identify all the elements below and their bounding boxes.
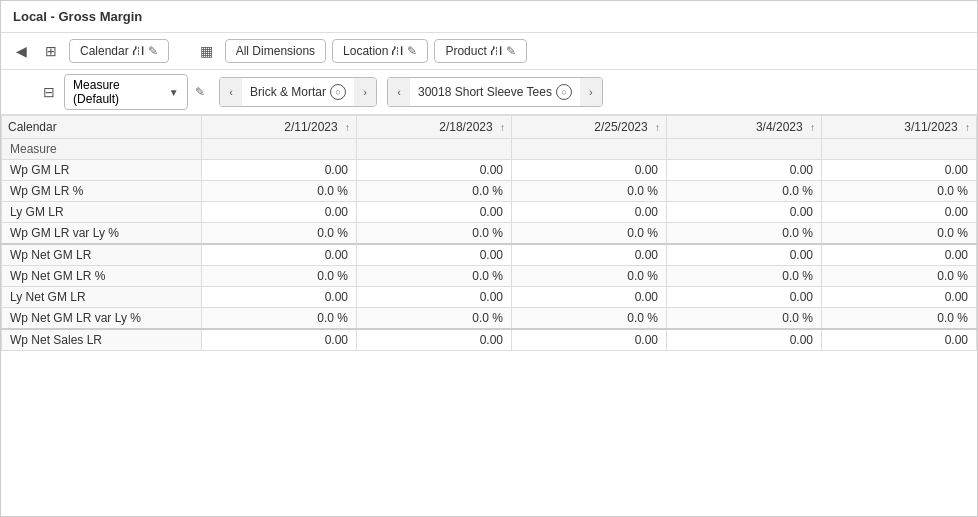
cell-3-2[interactable]: 0.0 % [512,223,667,245]
sort-arrow-4[interactable]: ↑ [965,122,970,133]
calendar-label: Calendar [80,44,129,58]
expand-icon: ⊞ [45,43,57,59]
cell-5-0[interactable]: 0.0 % [202,266,357,287]
freeze-button[interactable]: ▦ [195,39,219,63]
cell-1-1[interactable]: 0.0 % [357,181,512,202]
cell-8-1[interactable]: 0.00 [357,329,512,351]
date-header-1: 2/18/2023 ↑ [357,116,512,139]
all-dimensions-button[interactable]: All Dimensions [225,39,326,63]
cell-8-2[interactable]: 0.00 [512,329,667,351]
short-sleeve-prev-btn[interactable]: ‹ [388,78,410,106]
cell-6-0[interactable]: 0.00 [202,287,357,308]
cell-7-2[interactable]: 0.0 % [512,308,667,330]
sort-arrow-0[interactable]: ↑ [345,122,350,133]
short-sleeve-next-btn[interactable]: › [580,78,602,106]
cell-7-0[interactable]: 0.0 % [202,308,357,330]
cell-5-4[interactable]: 0.0 % [822,266,977,287]
cell-6-2[interactable]: 0.00 [512,287,667,308]
date-header-0: 2/11/2023 ↑ [202,116,357,139]
short-sleeve-filter-icon[interactable]: ○ [556,84,572,100]
cell-4-4[interactable]: 0.00 [822,244,977,266]
cell-8-3[interactable]: 0.00 [667,329,822,351]
cell-4-3[interactable]: 0.00 [667,244,822,266]
cell-2-1[interactable]: 0.00 [357,202,512,223]
row-label-7: Wp Net GM LR var Ly % [2,308,202,330]
measure-subheader-cell-3 [667,139,822,160]
row-label-4: Wp Net GM LR [2,244,202,266]
cell-4-0[interactable]: 0.00 [202,244,357,266]
measure-label: Measure (Default) [73,78,165,106]
calendar-pill[interactable]: Calendar ⛙ ✎ [69,39,169,63]
cell-2-2[interactable]: 0.00 [512,202,667,223]
brick-mortar-next-btn[interactable]: › [354,78,376,106]
cell-2-0[interactable]: 0.00 [202,202,357,223]
measure-subheader: Measure [2,139,202,160]
cell-0-1[interactable]: 0.00 [357,160,512,181]
measure-selector-area: ⊟ Measure (Default) ▼ ✎ [9,74,209,110]
cell-4-2[interactable]: 0.00 [512,244,667,266]
cell-7-1[interactable]: 0.0 % [357,308,512,330]
cell-1-3[interactable]: 0.0 % [667,181,822,202]
cell-3-3[interactable]: 0.0 % [667,223,822,245]
table-row: Ly Net GM LR0.000.000.000.000.00 [2,287,977,308]
title-bar: Local - Gross Margin [1,1,977,33]
cell-8-4[interactable]: 0.00 [822,329,977,351]
sort-arrow-1[interactable]: ↑ [500,122,505,133]
date-header-3: 3/4/2023 ↑ [667,116,822,139]
dimension-selector-row: ⊟ Measure (Default) ▼ ✎ ‹ Brick & Mortar… [1,70,977,115]
cell-0-4[interactable]: 0.00 [822,160,977,181]
left-arrow-icon: ‹ [229,86,233,98]
product-edit-icon: ✎ [506,44,516,58]
row-label-0: Wp GM LR [2,160,202,181]
collapse-button[interactable]: ◀ [9,39,33,63]
row-label-6: Ly Net GM LR [2,287,202,308]
right-arrow-icon: › [363,86,367,98]
chevron-left-icon: ◀ [16,43,27,59]
row-label-8: Wp Net Sales LR [2,329,202,351]
chevron-down-icon: ▼ [169,87,179,98]
location-pill[interactable]: Location ⛙ ✎ [332,39,428,63]
cell-2-3[interactable]: 0.00 [667,202,822,223]
date-header-4: 3/11/2023 ↑ [822,116,977,139]
sort-arrow-3[interactable]: ↑ [810,122,815,133]
cell-5-2[interactable]: 0.0 % [512,266,667,287]
cell-7-4[interactable]: 0.0 % [822,308,977,330]
cell-4-1[interactable]: 0.00 [357,244,512,266]
cell-5-1[interactable]: 0.0 % [357,266,512,287]
data-table-container: Calendar 2/11/2023 ↑ 2/18/2023 ↑ 2/25/20… [1,115,977,516]
product-pill[interactable]: Product ⛙ ✎ [434,39,526,63]
product-network-icon: ⛙ [491,45,502,57]
table-row: Wp Net GM LR0.000.000.000.000.00 [2,244,977,266]
cell-0-3[interactable]: 0.00 [667,160,822,181]
cell-6-3[interactable]: 0.00 [667,287,822,308]
cell-0-0[interactable]: 0.00 [202,160,357,181]
cell-3-1[interactable]: 0.0 % [357,223,512,245]
measure-expand-btn[interactable]: ⊟ [37,80,60,104]
brick-mortar-filter-icon[interactable]: ○ [330,84,346,100]
measure-subheader-cell-0 [202,139,357,160]
data-table: Calendar 2/11/2023 ↑ 2/18/2023 ↑ 2/25/20… [1,115,977,351]
cell-3-4[interactable]: 0.0 % [822,223,977,245]
measure-edit-icon[interactable]: ✎ [192,83,209,101]
cell-3-0[interactable]: 0.0 % [202,223,357,245]
cell-1-4[interactable]: 0.0 % [822,181,977,202]
cell-5-3[interactable]: 0.0 % [667,266,822,287]
short-sleeve-selector: ‹ 30018 Short Sleeve Tees ○ › [387,77,603,107]
cell-1-2[interactable]: 0.0 % [512,181,667,202]
main-toolbar: ◀ ⊞ Calendar ⛙ ✎ ▦ All Dimensions Locati… [1,33,977,70]
sort-arrow-2[interactable]: ↑ [655,122,660,133]
cell-2-4[interactable]: 0.00 [822,202,977,223]
cell-8-0[interactable]: 0.00 [202,329,357,351]
cell-6-4[interactable]: 0.00 [822,287,977,308]
brick-mortar-prev-btn[interactable]: ‹ [220,78,242,106]
table-row: Wp Net Sales LR0.000.000.000.000.00 [2,329,977,351]
table-row: Wp Net GM LR %0.0 %0.0 %0.0 %0.0 %0.0 % [2,266,977,287]
cell-7-3[interactable]: 0.0 % [667,308,822,330]
expand-button[interactable]: ⊞ [39,39,63,63]
cell-6-1[interactable]: 0.00 [357,287,512,308]
measure-select[interactable]: Measure (Default) ▼ [64,74,188,110]
cell-1-0[interactable]: 0.0 % [202,181,357,202]
row-label-1: Wp GM LR % [2,181,202,202]
cell-0-2[interactable]: 0.00 [512,160,667,181]
app-container: Local - Gross Margin ◀ ⊞ Calendar ⛙ ✎ ▦ … [0,0,978,517]
